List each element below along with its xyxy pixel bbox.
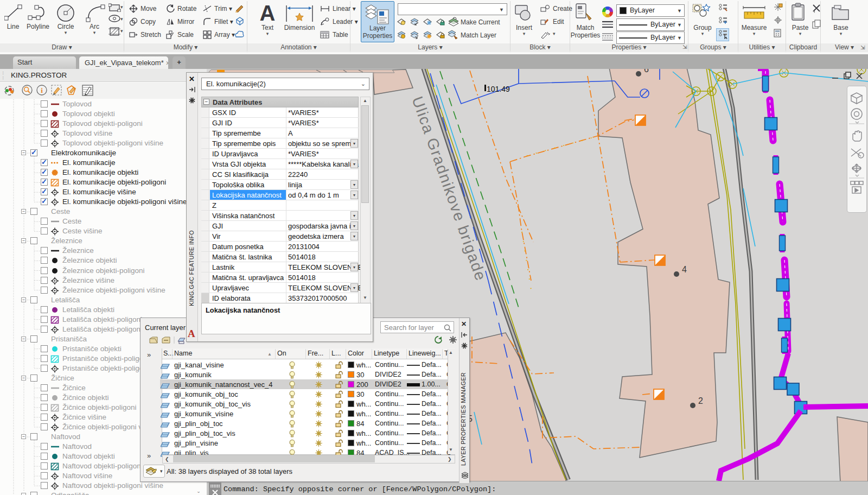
- svg-text:6: 6: [644, 69, 649, 74]
- svg-text:4: 4: [682, 265, 687, 274]
- svg-text:101.49: 101.49: [487, 85, 510, 93]
- svg-text:i: i: [41, 86, 43, 94]
- svg-text:2: 2: [698, 396, 703, 405]
